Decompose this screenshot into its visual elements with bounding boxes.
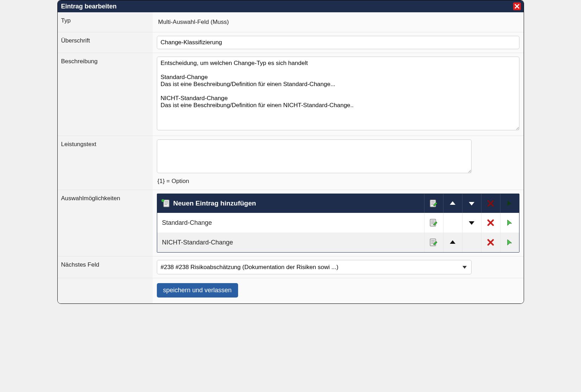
header-delete-icon	[481, 194, 500, 213]
options-table: Neuen Eintrag hinzufügen	[157, 194, 519, 253]
add-icon	[161, 199, 170, 208]
label-beschreibung: Beschreibung	[58, 53, 153, 136]
add-option-button[interactable]: Neuen Eintrag hinzufügen	[157, 196, 424, 211]
option-name: NICHT-Standard-Change	[157, 235, 424, 250]
option-edit-button[interactable]	[424, 213, 443, 233]
leistungstext-hint: {1} = Option	[157, 175, 519, 186]
row-typ: Typ Multi-Auswahl-Feld (Muss)	[58, 12, 524, 32]
edit-entry-dialog: Eintrag bearbeiten Typ Multi-Auswahl-Fel…	[57, 0, 524, 304]
option-name: Standard-Change	[157, 215, 424, 231]
row-ueberschrift: Überschrift	[58, 32, 524, 53]
header-jump-icon	[500, 194, 519, 213]
row-save: speichern und verlassen	[58, 278, 524, 303]
header-edit-icon	[424, 194, 443, 213]
close-button[interactable]	[513, 2, 521, 10]
value-typ: Multi-Auswahl-Feld (Muss)	[157, 16, 519, 28]
row-next-field: Nächstes Feld #238 #238 Risikoabschätzun…	[58, 256, 524, 278]
options-header: Neuen Eintrag hinzufügen	[157, 194, 519, 213]
option-edit-button[interactable]	[424, 233, 443, 252]
row-beschreibung: Beschreibung Entscheidung, um welchen Ch…	[58, 53, 524, 136]
leistungstext-textarea[interactable]	[157, 139, 472, 173]
dialog-header: Eintrag bearbeiten	[58, 0, 524, 12]
row-options: Auswahlmöglichkeiten Neuen Eintrag hinzu…	[58, 190, 524, 256]
label-ueberschrift: Überschrift	[58, 32, 153, 53]
label-typ: Typ	[58, 12, 153, 32]
option-jump-button[interactable]	[500, 233, 519, 252]
option-up-button	[443, 213, 462, 233]
option-jump-button[interactable]	[500, 213, 519, 233]
label-leistungstext: Leistungstext	[58, 136, 153, 190]
beschreibung-textarea[interactable]: Entscheidung, um welchen Change-Typ es s…	[157, 57, 519, 130]
dialog-title: Eintrag bearbeiten	[61, 3, 117, 10]
option-up-button[interactable]	[443, 233, 462, 252]
close-icon	[515, 4, 519, 9]
row-leistungstext: Leistungstext {1} = Option	[58, 136, 524, 190]
save-and-exit-button[interactable]: speichern und verlassen	[157, 283, 238, 298]
option-row: NICHT-Standard-Change	[157, 233, 519, 252]
header-up-icon	[443, 194, 462, 213]
option-delete-button[interactable]	[481, 233, 500, 252]
label-next-field: Nächstes Feld	[58, 256, 153, 278]
option-down-button	[462, 233, 481, 252]
ueberschrift-input[interactable]	[157, 36, 519, 49]
header-down-icon	[462, 194, 481, 213]
next-field-select[interactable]: #238 #238 Risikoabschätzung (Dokumentati…	[157, 260, 472, 274]
add-option-label: Neuen Eintrag hinzufügen	[173, 200, 256, 207]
option-down-button[interactable]	[462, 213, 481, 233]
option-row: Standard-Change	[157, 213, 519, 233]
label-options: Auswahlmöglichkeiten	[58, 190, 153, 256]
option-delete-button[interactable]	[481, 213, 500, 233]
